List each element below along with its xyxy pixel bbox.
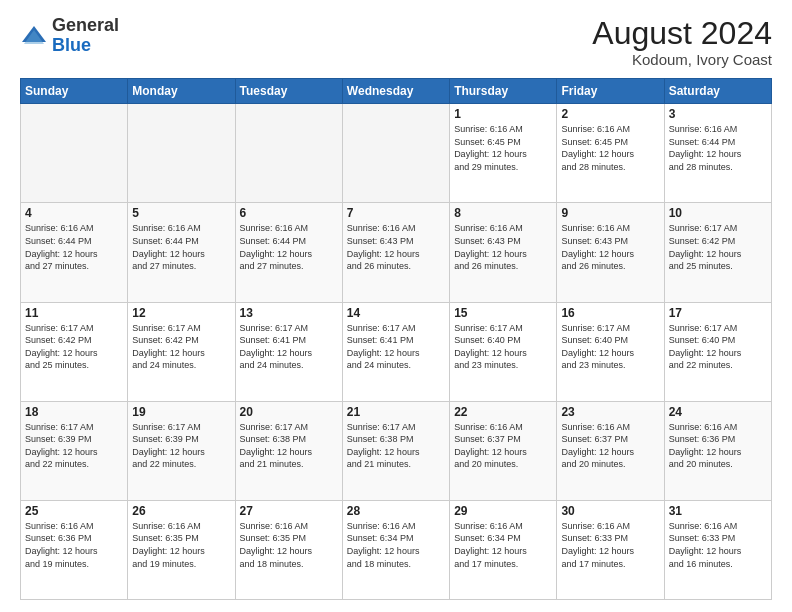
calendar-cell: 25Sunrise: 6:16 AM Sunset: 6:36 PM Dayli… xyxy=(21,500,128,599)
day-info: Sunrise: 6:17 AM Sunset: 6:38 PM Dayligh… xyxy=(347,421,445,471)
day-info: Sunrise: 6:16 AM Sunset: 6:44 PM Dayligh… xyxy=(669,123,767,173)
calendar-cell: 24Sunrise: 6:16 AM Sunset: 6:36 PM Dayli… xyxy=(664,401,771,500)
calendar-cell: 26Sunrise: 6:16 AM Sunset: 6:35 PM Dayli… xyxy=(128,500,235,599)
day-info: Sunrise: 6:16 AM Sunset: 6:34 PM Dayligh… xyxy=(347,520,445,570)
calendar-cell: 12Sunrise: 6:17 AM Sunset: 6:42 PM Dayli… xyxy=(128,302,235,401)
day-info: Sunrise: 6:16 AM Sunset: 6:43 PM Dayligh… xyxy=(454,222,552,272)
day-number: 2 xyxy=(561,107,659,121)
day-number: 10 xyxy=(669,206,767,220)
calendar-cell: 14Sunrise: 6:17 AM Sunset: 6:41 PM Dayli… xyxy=(342,302,449,401)
day-number: 28 xyxy=(347,504,445,518)
day-number: 25 xyxy=(25,504,123,518)
day-number: 24 xyxy=(669,405,767,419)
calendar-cell: 16Sunrise: 6:17 AM Sunset: 6:40 PM Dayli… xyxy=(557,302,664,401)
day-info: Sunrise: 6:16 AM Sunset: 6:35 PM Dayligh… xyxy=(240,520,338,570)
calendar-cell: 17Sunrise: 6:17 AM Sunset: 6:40 PM Dayli… xyxy=(664,302,771,401)
calendar-cell: 31Sunrise: 6:16 AM Sunset: 6:33 PM Dayli… xyxy=(664,500,771,599)
day-info: Sunrise: 6:17 AM Sunset: 6:39 PM Dayligh… xyxy=(132,421,230,471)
day-info: Sunrise: 6:16 AM Sunset: 6:33 PM Dayligh… xyxy=(561,520,659,570)
calendar-cell: 1Sunrise: 6:16 AM Sunset: 6:45 PM Daylig… xyxy=(450,104,557,203)
day-number: 13 xyxy=(240,306,338,320)
day-number: 14 xyxy=(347,306,445,320)
calendar-cell: 23Sunrise: 6:16 AM Sunset: 6:37 PM Dayli… xyxy=(557,401,664,500)
calendar-week-1: 4Sunrise: 6:16 AM Sunset: 6:44 PM Daylig… xyxy=(21,203,772,302)
day-number: 8 xyxy=(454,206,552,220)
day-info: Sunrise: 6:17 AM Sunset: 6:42 PM Dayligh… xyxy=(132,322,230,372)
day-number: 7 xyxy=(347,206,445,220)
header: General Blue August 2024 Kodoum, Ivory C… xyxy=(20,16,772,68)
day-number: 4 xyxy=(25,206,123,220)
day-number: 15 xyxy=(454,306,552,320)
day-number: 11 xyxy=(25,306,123,320)
day-info: Sunrise: 6:17 AM Sunset: 6:40 PM Dayligh… xyxy=(669,322,767,372)
calendar-cell: 2Sunrise: 6:16 AM Sunset: 6:45 PM Daylig… xyxy=(557,104,664,203)
calendar-cell: 21Sunrise: 6:17 AM Sunset: 6:38 PM Dayli… xyxy=(342,401,449,500)
day-number: 20 xyxy=(240,405,338,419)
calendar-cell: 27Sunrise: 6:16 AM Sunset: 6:35 PM Dayli… xyxy=(235,500,342,599)
calendar-cell xyxy=(21,104,128,203)
day-number: 18 xyxy=(25,405,123,419)
day-info: Sunrise: 6:16 AM Sunset: 6:44 PM Dayligh… xyxy=(240,222,338,272)
day-info: Sunrise: 6:16 AM Sunset: 6:43 PM Dayligh… xyxy=(347,222,445,272)
calendar-cell: 3Sunrise: 6:16 AM Sunset: 6:44 PM Daylig… xyxy=(664,104,771,203)
day-info: Sunrise: 6:17 AM Sunset: 6:40 PM Dayligh… xyxy=(454,322,552,372)
calendar-cell: 19Sunrise: 6:17 AM Sunset: 6:39 PM Dayli… xyxy=(128,401,235,500)
calendar-cell: 6Sunrise: 6:16 AM Sunset: 6:44 PM Daylig… xyxy=(235,203,342,302)
day-number: 3 xyxy=(669,107,767,121)
calendar-cell: 15Sunrise: 6:17 AM Sunset: 6:40 PM Dayli… xyxy=(450,302,557,401)
day-number: 21 xyxy=(347,405,445,419)
day-info: Sunrise: 6:16 AM Sunset: 6:36 PM Dayligh… xyxy=(25,520,123,570)
calendar-cell: 8Sunrise: 6:16 AM Sunset: 6:43 PM Daylig… xyxy=(450,203,557,302)
calendar-header-friday: Friday xyxy=(557,79,664,104)
calendar-week-3: 18Sunrise: 6:17 AM Sunset: 6:39 PM Dayli… xyxy=(21,401,772,500)
calendar-header-monday: Monday xyxy=(128,79,235,104)
calendar-header-saturday: Saturday xyxy=(664,79,771,104)
day-info: Sunrise: 6:17 AM Sunset: 6:40 PM Dayligh… xyxy=(561,322,659,372)
day-number: 12 xyxy=(132,306,230,320)
day-info: Sunrise: 6:16 AM Sunset: 6:45 PM Dayligh… xyxy=(561,123,659,173)
calendar-cell: 4Sunrise: 6:16 AM Sunset: 6:44 PM Daylig… xyxy=(21,203,128,302)
day-info: Sunrise: 6:17 AM Sunset: 6:39 PM Dayligh… xyxy=(25,421,123,471)
calendar-cell: 13Sunrise: 6:17 AM Sunset: 6:41 PM Dayli… xyxy=(235,302,342,401)
logo-general: General xyxy=(52,15,119,35)
day-number: 17 xyxy=(669,306,767,320)
day-info: Sunrise: 6:16 AM Sunset: 6:33 PM Dayligh… xyxy=(669,520,767,570)
calendar-cell: 30Sunrise: 6:16 AM Sunset: 6:33 PM Dayli… xyxy=(557,500,664,599)
page: General Blue August 2024 Kodoum, Ivory C… xyxy=(0,0,792,612)
day-number: 26 xyxy=(132,504,230,518)
calendar-cell: 20Sunrise: 6:17 AM Sunset: 6:38 PM Dayli… xyxy=(235,401,342,500)
title-block: August 2024 Kodoum, Ivory Coast xyxy=(592,16,772,68)
day-info: Sunrise: 6:16 AM Sunset: 6:44 PM Dayligh… xyxy=(132,222,230,272)
logo: General Blue xyxy=(20,16,119,56)
day-number: 27 xyxy=(240,504,338,518)
calendar-cell: 9Sunrise: 6:16 AM Sunset: 6:43 PM Daylig… xyxy=(557,203,664,302)
day-info: Sunrise: 6:17 AM Sunset: 6:38 PM Dayligh… xyxy=(240,421,338,471)
calendar-cell: 22Sunrise: 6:16 AM Sunset: 6:37 PM Dayli… xyxy=(450,401,557,500)
calendar-header-row: SundayMondayTuesdayWednesdayThursdayFrid… xyxy=(21,79,772,104)
day-info: Sunrise: 6:16 AM Sunset: 6:43 PM Dayligh… xyxy=(561,222,659,272)
calendar-cell: 29Sunrise: 6:16 AM Sunset: 6:34 PM Dayli… xyxy=(450,500,557,599)
calendar-header-sunday: Sunday xyxy=(21,79,128,104)
day-info: Sunrise: 6:16 AM Sunset: 6:37 PM Dayligh… xyxy=(561,421,659,471)
day-number: 1 xyxy=(454,107,552,121)
day-number: 29 xyxy=(454,504,552,518)
day-info: Sunrise: 6:16 AM Sunset: 6:36 PM Dayligh… xyxy=(669,421,767,471)
calendar-cell: 28Sunrise: 6:16 AM Sunset: 6:34 PM Dayli… xyxy=(342,500,449,599)
day-info: Sunrise: 6:17 AM Sunset: 6:41 PM Dayligh… xyxy=(240,322,338,372)
logo-text: General Blue xyxy=(52,16,119,56)
day-info: Sunrise: 6:16 AM Sunset: 6:35 PM Dayligh… xyxy=(132,520,230,570)
calendar-header-wednesday: Wednesday xyxy=(342,79,449,104)
calendar-cell: 5Sunrise: 6:16 AM Sunset: 6:44 PM Daylig… xyxy=(128,203,235,302)
day-number: 9 xyxy=(561,206,659,220)
day-number: 22 xyxy=(454,405,552,419)
calendar-week-4: 25Sunrise: 6:16 AM Sunset: 6:36 PM Dayli… xyxy=(21,500,772,599)
calendar-cell xyxy=(235,104,342,203)
day-info: Sunrise: 6:16 AM Sunset: 6:37 PM Dayligh… xyxy=(454,421,552,471)
day-info: Sunrise: 6:17 AM Sunset: 6:42 PM Dayligh… xyxy=(669,222,767,272)
calendar-week-2: 11Sunrise: 6:17 AM Sunset: 6:42 PM Dayli… xyxy=(21,302,772,401)
month-year: August 2024 xyxy=(592,16,772,51)
day-number: 6 xyxy=(240,206,338,220)
calendar-cell: 11Sunrise: 6:17 AM Sunset: 6:42 PM Dayli… xyxy=(21,302,128,401)
day-number: 19 xyxy=(132,405,230,419)
day-info: Sunrise: 6:17 AM Sunset: 6:41 PM Dayligh… xyxy=(347,322,445,372)
